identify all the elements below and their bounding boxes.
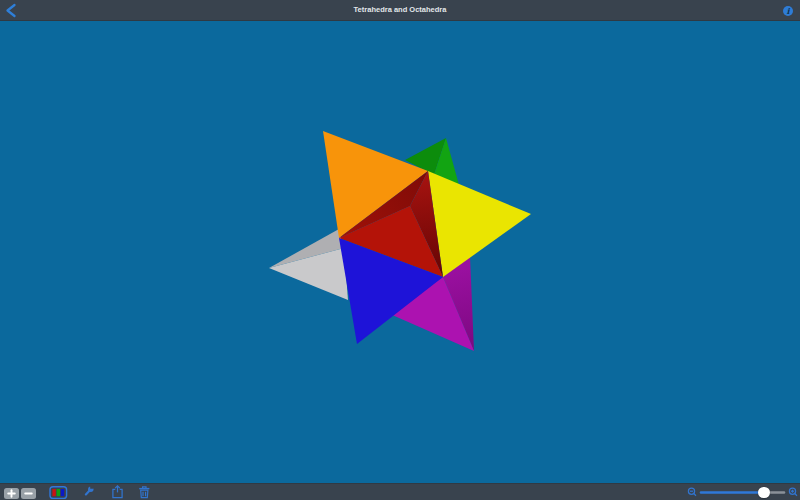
canvas-3d-view[interactable] xyxy=(0,0,800,500)
toolbar-icons xyxy=(0,484,800,500)
slider-thumb[interactable] xyxy=(758,487,770,499)
delete-button[interactable] xyxy=(139,487,149,498)
zoom-slider-group xyxy=(688,488,797,496)
green-swatch xyxy=(57,489,60,496)
zoom-out-mag-button[interactable] xyxy=(688,488,696,496)
app-window: Tetrahedra and Octahedra i xyxy=(0,0,800,500)
trash-icon xyxy=(141,490,148,497)
blue-swatch xyxy=(61,489,64,496)
info-button[interactable]: i xyxy=(783,6,793,16)
zoom-in-mag-button[interactable] xyxy=(789,488,797,496)
bottom-toolbar xyxy=(0,483,800,500)
tools-button[interactable] xyxy=(86,485,94,494)
page-title: Tetrahedra and Octahedra xyxy=(0,0,800,20)
share-button[interactable] xyxy=(113,486,122,498)
title-bar: Tetrahedra and Octahedra i xyxy=(0,0,800,21)
tetrahedron-face-yellow[interactable] xyxy=(428,171,531,277)
red-swatch xyxy=(52,489,55,496)
info-icon: i xyxy=(786,6,789,16)
color-settings-button[interactable] xyxy=(50,487,67,499)
